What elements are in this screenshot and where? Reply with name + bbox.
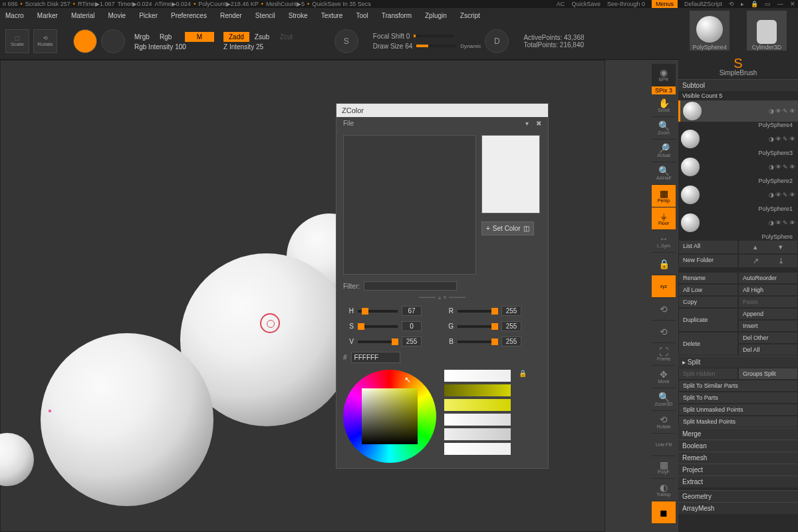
focal-shift-slider[interactable]: Focal Shift 0 [373,33,410,40]
polyf-button[interactable]: ▦PolyF [652,456,676,479]
filter-input[interactable] [364,281,457,291]
del-other-button[interactable]: Del Other [738,332,798,344]
duplicate-button[interactable]: Duplicate [678,308,738,332]
menu-macro[interactable]: Macro [5,12,24,19]
actual-button[interactable]: 🔎Actual [652,140,676,162]
color-square[interactable] [362,388,418,444]
menu-texture[interactable]: Texture [321,12,343,19]
zoom3d-button[interactable]: 🔍Zoom3D [652,388,676,411]
del-all-button[interactable]: Del All [738,344,798,356]
subtool-item[interactable]: ◑👁✎👁 [678,100,798,122]
geometry-header[interactable]: Geometry [678,490,798,502]
red-value[interactable]: 255 [501,306,521,316]
rename-button[interactable]: Rename [678,272,738,284]
collapse-icon[interactable]: ⟲ [729,1,734,7]
split-header[interactable]: ▸ Split [678,356,798,368]
move-button[interactable]: ✥Move [652,366,676,388]
z-intensity-slider[interactable]: Z Intensity 25 [223,43,300,51]
close-icon[interactable]: ✕ [790,1,795,7]
persp-button[interactable]: ▦Persp [652,185,676,207]
minimize-icon[interactable]: — [777,1,783,7]
split-similar-button[interactable]: Split To Similar Parts [678,380,798,392]
dynamic-toggle[interactable]: Dynamic [460,43,481,49]
sat-slider[interactable] [358,325,398,328]
m-button[interactable]: M [185,32,214,42]
red-slider[interactable] [458,310,497,313]
val-value[interactable]: 255 [402,336,422,346]
insert-button[interactable]: Insert [738,320,798,332]
subtool-item[interactable]: ◑👁✎👁 [678,128,798,150]
menu-material[interactable]: Material [71,12,95,19]
solo-button[interactable]: ◼ [652,501,676,524]
tool-thumb-cylinder3d[interactable]: Cylinder3D [747,11,787,51]
set-color-button[interactable]: +Set Color◫ [481,221,534,235]
rgb-intensity-slider[interactable]: Rgb Intensity 100 [134,43,214,51]
split-masked-button[interactable]: Split Masked Points [678,416,798,428]
scale-button[interactable]: ⬚Scale [5,29,29,53]
new-folder-button[interactable]: New Folder [678,254,738,268]
val-slider[interactable] [358,340,398,343]
zcolor-title[interactable]: ZColor [336,104,548,117]
draw-size-slider[interactable]: Draw Size 64 [373,43,412,50]
merge-header[interactable]: Merge [678,428,798,440]
simple-brush-button[interactable]: ЅSimpleBrush [712,56,765,76]
groups-split-button[interactable]: Groups Split [738,368,798,380]
menu-picker[interactable]: Picker [139,12,158,19]
bpr-button[interactable]: ◉BPR [652,64,676,86]
move-buttons[interactable]: ↗⤓ [738,254,798,268]
zoom-button[interactable]: 🔍Zoom [652,117,676,140]
transp-button[interactable]: ◐Transp [652,479,676,501]
close-icon[interactable]: ✖ [536,120,541,127]
seethrough-slider[interactable]: See-through 0 [607,1,645,7]
project-header[interactable]: Project [678,464,798,475]
remesh-header[interactable]: Remesh [678,452,798,464]
d-curve-button[interactable]: D [485,29,509,53]
rgb-button[interactable]: Rgb [160,33,180,41]
zcut-button[interactable]: Zcut [280,33,300,41]
sat-value[interactable]: 0 [402,321,422,331]
z-button[interactable]: ⟲ [652,321,676,343]
mrgb-button[interactable]: Mrgb [134,33,154,41]
blue-value[interactable]: 255 [501,336,521,346]
all-high-button[interactable]: All High [738,284,798,296]
color-wheel[interactable]: ↖ [343,370,436,463]
menu-stroke[interactable]: Stroke [289,12,308,19]
window-icon[interactable]: ▭ [765,1,771,7]
menu-zplugin[interactable]: Zplugin [425,12,447,19]
subtool-header[interactable]: Subtool [678,79,798,91]
split-unmasked-button[interactable]: Split Unmasked Points [678,404,798,416]
rotate-button[interactable]: ⟲Rotate [33,29,57,53]
floor-button[interactable]: ⏚Floor [652,207,676,230]
boolean-header[interactable]: Boolean [678,440,798,452]
material-sphere[interactable] [73,29,97,53]
lsym-button[interactable]: ↔L.Sym [652,230,676,253]
menu-zscript[interactable]: Zscript [460,12,480,19]
quicksave-button[interactable]: QuickSave [571,1,600,7]
extract-header[interactable]: Extract [678,475,798,487]
mesh-sphere[interactable] [41,333,213,506]
lock-icon[interactable]: 🔒 [751,1,758,7]
zcolor-file-menu[interactable]: File [343,120,354,127]
hue-slider[interactable] [358,310,398,313]
default-zscript[interactable]: DefaultZScript [684,1,722,7]
autoreorder-button[interactable]: AutoReorder [738,272,798,284]
menu-transform[interactable]: Transform [382,12,412,19]
zsub-button[interactable]: Zsub [255,33,275,41]
mesh-sphere[interactable] [0,433,34,486]
tool-thumb-polysphere4[interactable]: PolySphere4 [690,11,730,51]
split-parts-button[interactable]: Split To Parts [678,392,798,404]
y-button[interactable]: ⟲ [652,298,676,321]
list-all-button[interactable]: List All [678,240,738,254]
menu-movie[interactable]: Movie [108,12,126,19]
lock-button[interactable]: 🔒 [652,253,676,275]
all-low-button[interactable]: All Low [678,284,738,296]
copy-button[interactable]: Copy [678,296,738,308]
paste-button[interactable]: Paste [738,296,798,308]
lock-icon[interactable]: 🔒 [519,370,527,377]
swatch-rows[interactable] [444,370,511,455]
scroll-button[interactable]: ✋Scroll [652,94,676,117]
s-curve-button[interactable]: S [334,29,358,53]
menu-render[interactable]: Render [220,12,242,19]
subtool-item[interactable]: ◑👁✎👁 [678,184,798,205]
green-slider[interactable] [458,325,497,328]
